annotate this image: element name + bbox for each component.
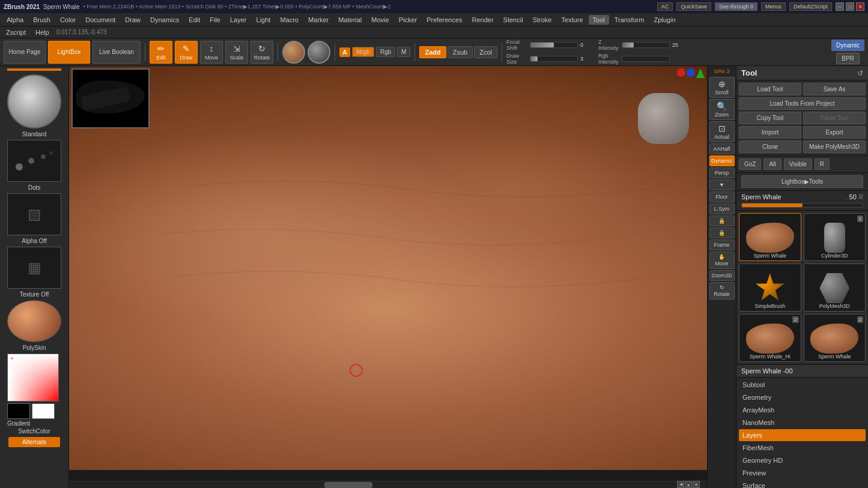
subtool-thumb-simplebrush[interactable]: SimpleBrush xyxy=(739,264,801,312)
section-subtool[interactable]: Subtool xyxy=(739,379,866,391)
menu-help[interactable]: Help xyxy=(33,28,52,37)
mrgb-button[interactable]: Mrgb xyxy=(352,47,374,57)
move-vp-button[interactable]: ✋ Move xyxy=(709,252,735,269)
subtool-thumb-spermwhale[interactable]: Sperm Whale xyxy=(739,213,801,261)
menu-zscript[interactable]: Zscript xyxy=(4,28,28,37)
seethrough-button[interactable]: See-through 0 xyxy=(715,2,757,11)
section-layers[interactable]: Layers xyxy=(739,429,866,441)
aahalf-button[interactable]: AAHalf xyxy=(709,143,735,154)
color-sphere[interactable] xyxy=(308,41,330,64)
menu-texture[interactable]: Texture xyxy=(557,15,587,25)
thumbnail-preview[interactable] xyxy=(71,68,150,128)
menu-edit[interactable]: Edit xyxy=(184,15,204,25)
minimize-button[interactable]: ─ xyxy=(836,2,844,11)
horizontal-scrollbar[interactable]: ◀ ▲ ▼ xyxy=(69,481,707,488)
zoom-button[interactable]: 🔍 Zoom xyxy=(709,99,735,120)
menu-document[interactable]: Document xyxy=(81,15,120,25)
current-tool-slider[interactable] xyxy=(741,203,863,208)
brush-preview[interactable] xyxy=(7,74,61,128)
dynamic-button[interactable]: Dynamic xyxy=(831,40,864,51)
menu-stroke[interactable]: Stroke xyxy=(529,15,556,25)
zcol-button[interactable]: Zcol xyxy=(474,46,497,58)
a-button[interactable]: A xyxy=(339,47,350,57)
viewport[interactable]: ◀ ▲ ▼ xyxy=(69,66,707,488)
persp-button[interactable]: Persp xyxy=(709,167,735,178)
rgb-intensity-slider[interactable] xyxy=(622,56,670,62)
goz-button[interactable]: GoZ xyxy=(739,158,761,170)
lock2-button[interactable]: 🔒 xyxy=(709,227,735,238)
subtool-thumb-spermwhale2[interactable]: 2 Sperm Whale xyxy=(804,314,866,362)
tool-r-button[interactable]: R xyxy=(859,194,863,200)
load-tools-from-project-button[interactable]: Load Tools From Project xyxy=(739,97,866,110)
draw-button[interactable]: ✎ Draw xyxy=(175,41,198,64)
edit-button[interactable]: ✏ Edit xyxy=(150,41,172,64)
lightbox-tools-button[interactable]: Lightbox▶Tools xyxy=(741,175,863,188)
menu-layer[interactable]: Layer xyxy=(226,15,251,25)
rotate-button[interactable]: ↻ Rotate xyxy=(250,41,273,64)
menu-file[interactable]: File xyxy=(205,15,225,25)
subtool-thumb-spermwhale-hi[interactable]: 2 Sperm Whale_Hi xyxy=(739,314,801,362)
menu-transform[interactable]: Transform xyxy=(610,15,649,25)
export-button[interactable]: Export xyxy=(803,126,866,139)
menu-picker[interactable]: Picker xyxy=(395,15,422,25)
scroll-left-button[interactable]: ◀ xyxy=(677,481,684,488)
section-surface[interactable]: Surface xyxy=(739,480,866,488)
make-polymesh-button[interactable]: Make PolyMesh3D xyxy=(803,140,866,153)
lsym-button[interactable]: L.Sym xyxy=(709,203,735,214)
move-button[interactable]: ↕ Move xyxy=(200,41,223,64)
alternate-button[interactable]: Alternate xyxy=(8,437,60,447)
menu-preferences[interactable]: Preferences xyxy=(422,15,466,25)
section-geometryhd[interactable]: Geometry HD xyxy=(739,454,866,466)
polyskin-preview[interactable] xyxy=(7,300,61,342)
lock1-button[interactable]: 🔒 xyxy=(709,215,735,226)
section-arraymesh[interactable]: ArrayMesh xyxy=(739,404,866,416)
menu-stencil[interactable]: Stencil xyxy=(499,15,527,25)
all-button[interactable]: All xyxy=(763,158,781,170)
section-preview[interactable]: Preview xyxy=(739,467,866,479)
m-button[interactable]: M xyxy=(397,47,410,57)
zintensity-slider[interactable] xyxy=(622,42,670,48)
stroke-preview[interactable] xyxy=(7,140,61,182)
r-button[interactable]: R xyxy=(815,158,830,170)
dynamic-vp-button[interactable]: Dynamic xyxy=(709,155,735,166)
paste-tool-button[interactable]: Paste Tool xyxy=(803,112,866,124)
subtool-thumb-polymesh[interactable]: PolyMesh3D xyxy=(804,264,866,312)
frame-button[interactable]: Frame xyxy=(709,239,735,250)
alpha-preview[interactable]: ▨ xyxy=(7,193,61,235)
focal-shift-slider[interactable] xyxy=(530,42,578,48)
collapse-button[interactable]: ▼ xyxy=(709,179,735,190)
primary-color-swatch[interactable] xyxy=(7,403,30,419)
draw-size-slider[interactable] xyxy=(530,56,578,62)
load-tool-button[interactable]: Load Tool xyxy=(739,83,801,95)
menu-render[interactable]: Render xyxy=(468,15,498,25)
zadd-button[interactable]: Zadd xyxy=(419,46,446,58)
zoom3d-button[interactable]: Zoom3D xyxy=(709,270,735,281)
scroll-button[interactable]: ⊕ Scroll xyxy=(709,77,735,98)
menu-light[interactable]: Light xyxy=(252,15,275,25)
defaultzscript-button[interactable]: DefaultZScript xyxy=(789,2,832,11)
head-reference[interactable] xyxy=(638,93,689,144)
menu-dynamics[interactable]: Dynamics xyxy=(146,15,183,25)
close-button[interactable]: ✕ xyxy=(856,2,864,11)
subtool-thumb-cylinder[interactable]: 2 Cylinder3D xyxy=(804,213,866,261)
menu-alpha[interactable]: Alpha xyxy=(2,15,28,25)
section-nanomesh[interactable]: NanoMesh xyxy=(739,417,866,429)
liveboolean-button[interactable]: Live Boolean xyxy=(93,41,141,64)
quicksave-button[interactable]: QuickSave xyxy=(676,2,711,11)
section-geometry[interactable]: Geometry xyxy=(739,391,866,403)
ac-button[interactable]: AC xyxy=(657,2,673,11)
menu-marker[interactable]: Marker xyxy=(304,15,333,25)
menu-zplugin[interactable]: Zplugin xyxy=(649,15,679,25)
secondary-color-swatch[interactable] xyxy=(32,403,55,419)
lightbox-button[interactable]: LightBox xyxy=(48,41,90,64)
menu-movie[interactable]: Movie xyxy=(367,15,393,25)
menu-material[interactable]: Material xyxy=(334,15,366,25)
copy-tool-button[interactable]: Copy Tool xyxy=(739,112,801,124)
visible-button[interactable]: Visible xyxy=(784,158,812,170)
save-as-button[interactable]: Save As xyxy=(803,83,866,95)
floor-button[interactable]: Floor xyxy=(709,191,735,202)
material-sphere[interactable] xyxy=(282,41,305,64)
rotate-vp-button[interactable]: ↻ Rotate xyxy=(709,282,735,300)
menu-color[interactable]: Color xyxy=(56,15,80,25)
menu-macro[interactable]: Macro xyxy=(276,15,303,25)
